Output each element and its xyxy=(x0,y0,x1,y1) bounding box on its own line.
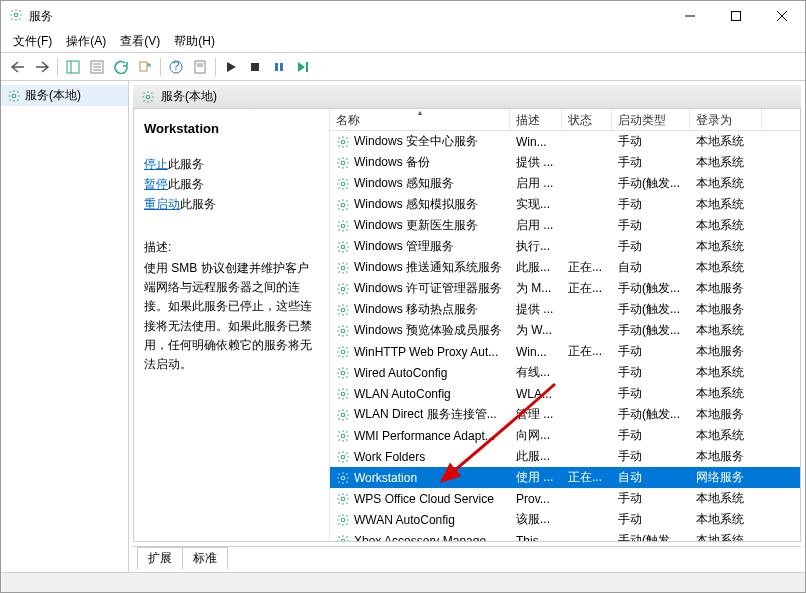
cell-name: Windows 安全中心服务 xyxy=(354,133,478,150)
cell-logon: 本地系统 xyxy=(690,532,762,541)
rows-container[interactable]: Windows 安全中心服务Win...手动本地系统Windows 备份提供 .… xyxy=(330,131,800,541)
cell-startup: 手动 xyxy=(612,427,690,444)
svg-rect-14 xyxy=(195,61,205,73)
services-list: 名称▴ 描述 状态 启动类型 登录为 Windows 安全中心服务Win...手… xyxy=(330,109,800,541)
menu-help[interactable]: 帮助(H) xyxy=(174,33,215,50)
export-button[interactable] xyxy=(134,56,156,78)
svg-point-30 xyxy=(341,287,345,291)
cell-logon: 本地系统 xyxy=(690,490,762,507)
refresh-button[interactable] xyxy=(110,56,132,78)
pause-service-button[interactable] xyxy=(268,56,290,78)
tab-extended[interactable]: 扩展 xyxy=(137,547,183,569)
col-logon[interactable]: 登录为 xyxy=(690,109,762,130)
cell-desc: 该服... xyxy=(510,511,562,528)
app-icon xyxy=(9,8,23,25)
table-row[interactable]: WPS Office Cloud ServiceProv...手动本地系统 xyxy=(330,488,800,509)
cell-desc: This ... xyxy=(510,534,562,542)
restart-service-button[interactable] xyxy=(292,56,314,78)
stop-service-button[interactable] xyxy=(244,56,266,78)
menu-action[interactable]: 操作(A) xyxy=(66,33,106,50)
table-row[interactable]: Windows 移动热点服务提供 ...手动(触发...本地服务 xyxy=(330,299,800,320)
cell-startup: 手动(触发... xyxy=(612,301,690,318)
svg-point-28 xyxy=(341,245,345,249)
show-hide-tree-button[interactable] xyxy=(62,56,84,78)
tab-standard[interactable]: 标准 xyxy=(182,547,228,569)
col-name[interactable]: 名称▴ xyxy=(330,109,510,130)
cell-startup: 手动(触发... xyxy=(612,406,690,423)
props-icon[interactable] xyxy=(189,56,211,78)
svg-point-41 xyxy=(341,518,345,522)
menu-view[interactable]: 查看(V) xyxy=(120,33,160,50)
table-row[interactable]: Windows 推送通知系统服务此服...正在...自动本地系统 xyxy=(330,257,800,278)
cell-startup: 手动 xyxy=(612,238,690,255)
cell-startup: 手动 xyxy=(612,133,690,150)
col-status[interactable]: 状态 xyxy=(562,109,612,130)
stop-link[interactable]: 停止 xyxy=(144,157,168,171)
cell-startup: 手动(触发... xyxy=(612,175,690,192)
svg-point-39 xyxy=(341,476,345,480)
stop-action: 停止此服务 xyxy=(144,156,319,173)
pause-link[interactable]: 暂停 xyxy=(144,177,168,191)
status-bar xyxy=(1,572,805,592)
content-area: 服务(本地) 服务(本地) Workstation 停止此服务 暂停此服务 重启… xyxy=(1,81,805,572)
start-service-button[interactable] xyxy=(220,56,242,78)
svg-point-22 xyxy=(146,95,150,99)
table-row[interactable]: Xbox Accessory Manage...This ...手动(触发...… xyxy=(330,530,800,541)
table-row[interactable]: Windows 安全中心服务Win...手动本地系统 xyxy=(330,131,800,152)
cell-logon: 网络服务 xyxy=(690,469,762,486)
cell-startup: 自动 xyxy=(612,259,690,276)
gear-icon xyxy=(336,303,350,317)
table-row[interactable]: Windows 备份提供 ...手动本地系统 xyxy=(330,152,800,173)
table-row[interactable]: Windows 感知服务启用 ...手动(触发...本地系统 xyxy=(330,173,800,194)
maximize-button[interactable] xyxy=(713,1,759,31)
table-row[interactable]: WMI Performance Adapt...向网...手动本地系统 xyxy=(330,425,800,446)
pause-action: 暂停此服务 xyxy=(144,176,319,193)
gear-icon xyxy=(336,261,350,275)
cell-desc: 实现... xyxy=(510,196,562,213)
close-button[interactable] xyxy=(759,1,805,31)
gear-icon xyxy=(336,366,350,380)
cell-name: WLAN AutoConfig xyxy=(354,387,451,401)
table-row[interactable]: Windows 许可证管理器服务为 M...正在...手动(触发...本地服务 xyxy=(330,278,800,299)
col-desc[interactable]: 描述 xyxy=(510,109,562,130)
cell-name: Windows 感知服务 xyxy=(354,175,454,192)
help-button[interactable]: ? xyxy=(165,56,187,78)
properties-button[interactable] xyxy=(86,56,108,78)
svg-point-33 xyxy=(341,350,345,354)
cell-name: WPS Office Cloud Service xyxy=(354,492,494,506)
table-row[interactable]: Windows 管理服务执行...手动本地系统 xyxy=(330,236,800,257)
cell-desc: WLA... xyxy=(510,387,562,401)
back-button[interactable] xyxy=(7,56,29,78)
table-row[interactable]: WLAN AutoConfigWLA...手动本地系统 xyxy=(330,383,800,404)
forward-button[interactable] xyxy=(31,56,53,78)
table-row[interactable]: WWAN AutoConfig该服...手动本地系统 xyxy=(330,509,800,530)
menu-file[interactable]: 文件(F) xyxy=(13,33,52,50)
gear-icon xyxy=(141,90,155,104)
table-row[interactable]: Workstation使用 ...正在...自动网络服务 xyxy=(330,467,800,488)
toolbar: ? xyxy=(1,53,805,81)
svg-rect-19 xyxy=(280,63,283,71)
detail-pane: Workstation 停止此服务 暂停此服务 重启动此服务 描述: 使用 SM… xyxy=(134,109,330,541)
table-row[interactable]: Work Folders此服...手动本地服务 xyxy=(330,446,800,467)
table-row[interactable]: Windows 感知模拟服务实现...手动本地系统 xyxy=(330,194,800,215)
table-row[interactable]: Wired AutoConfig有线...手动本地系统 xyxy=(330,362,800,383)
table-row[interactable]: Windows 更新医生服务启用 ...手动本地系统 xyxy=(330,215,800,236)
svg-text:?: ? xyxy=(173,60,180,73)
tree-item-services-local[interactable]: 服务(本地) xyxy=(1,85,128,106)
table-row[interactable]: Windows 预览体验成员服务为 W...手动(触发...本地系统 xyxy=(330,320,800,341)
svg-point-34 xyxy=(341,371,345,375)
table-row[interactable]: WinHTTP Web Proxy Aut...Win...正在...手动本地服… xyxy=(330,341,800,362)
cell-desc: 提供 ... xyxy=(510,301,562,318)
col-startup[interactable]: 启动类型 xyxy=(612,109,690,130)
svg-point-40 xyxy=(341,497,345,501)
cell-logon: 本地系统 xyxy=(690,322,762,339)
gear-icon xyxy=(336,135,350,149)
cell-startup: 手动 xyxy=(612,448,690,465)
panel-header-label: 服务(本地) xyxy=(161,88,217,105)
svg-point-36 xyxy=(341,413,345,417)
minimize-button[interactable] xyxy=(667,1,713,31)
gear-icon xyxy=(336,387,350,401)
restart-link[interactable]: 重启动 xyxy=(144,197,180,211)
cell-desc: 启用 ... xyxy=(510,175,562,192)
table-row[interactable]: WLAN Direct 服务连接管...管理 ...手动(触发...本地服务 xyxy=(330,404,800,425)
